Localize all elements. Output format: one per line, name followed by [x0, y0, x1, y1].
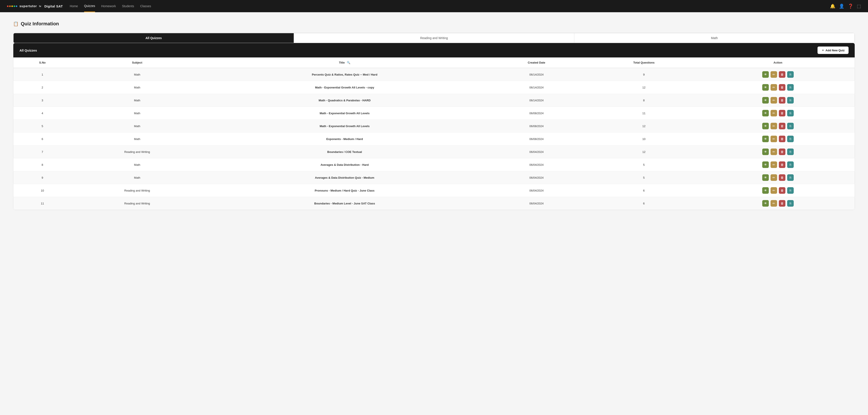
cell-title: Math - Exponential Growth All Levels [203, 107, 486, 120]
table-row: 4 Math Math - Exponential Growth All Lev… [13, 107, 855, 120]
tabs-card-wrapper: All Quizzes Reading and Writing Math All… [13, 33, 855, 210]
quiz-icon: 📋 [13, 21, 19, 26]
account-icon[interactable]: 👤 [839, 3, 844, 9]
table-row: 7 Reading and Writing Boundaries / COE T… [13, 146, 855, 158]
cell-date: 06/04/2024 [487, 184, 587, 197]
cell-questions: 5 [587, 158, 701, 171]
view-button[interactable]: 👁 [762, 200, 769, 206]
edit-button[interactable]: ✏ [771, 123, 777, 129]
edit-button[interactable]: ✏ [771, 110, 777, 117]
table-body: 1 Math Percents Quiz & Ratios, Rates Qui… [13, 68, 855, 210]
view-button[interactable]: 👁 [762, 161, 769, 168]
cell-title: Math - Exponential Growth All Levels - c… [203, 81, 486, 94]
nav-quizzes[interactable]: Quizzes [84, 0, 95, 12]
copy-button[interactable]: ⎘ [787, 97, 794, 103]
view-button[interactable]: 👁 [762, 123, 769, 129]
copy-button[interactable]: ⎘ [787, 161, 794, 168]
page-header: 📋 Quiz Information [13, 21, 855, 27]
copy-button[interactable]: ⎘ [787, 123, 794, 129]
col-action: Action [701, 58, 855, 68]
col-sno: S.No [13, 58, 71, 68]
tab-math[interactable]: Math [574, 33, 855, 43]
cell-date: 06/14/2024 [487, 68, 587, 81]
edit-button[interactable]: ✏ [771, 149, 777, 155]
nav-students[interactable]: Students [122, 0, 134, 12]
cell-actions: 👁 ✏ 🗑 ⎘ [701, 158, 855, 171]
logo-dots [7, 5, 17, 7]
edit-button[interactable]: ✏ [771, 187, 777, 194]
cell-date: 06/14/2024 [487, 81, 587, 94]
add-quiz-button[interactable]: ＋ Add New Quiz [817, 46, 848, 54]
view-button[interactable]: 👁 [762, 174, 769, 181]
table-row: 1 Math Percents Quiz & Ratios, Rates Qui… [13, 68, 855, 81]
cell-title: Math - Quadratics & Parabolas - HARD [203, 94, 486, 107]
page-title: Quiz Information [21, 21, 59, 27]
add-quiz-label: Add New Quiz [826, 49, 845, 52]
logout-icon[interactable]: ⬚ [857, 3, 861, 9]
delete-button[interactable]: 🗑 [779, 161, 785, 168]
nav-home[interactable]: Home [70, 0, 78, 12]
table-header-row: S.No Subject Title 🔍 Created Date Total … [13, 58, 855, 68]
copy-button[interactable]: ⎘ [787, 71, 794, 78]
delete-button[interactable]: 🗑 [779, 187, 785, 194]
tab-reading-writing[interactable]: Reading and Writing [294, 33, 574, 43]
copy-button[interactable]: ⎘ [787, 200, 794, 206]
nav-homework[interactable]: Homework [101, 0, 116, 12]
view-button[interactable]: 👁 [762, 110, 769, 117]
cell-questions: 8 [587, 94, 701, 107]
brand: supertutortv Digital SAT [7, 4, 63, 8]
col-total-questions: Total Questions [587, 58, 701, 68]
col-created-date: Created Date [487, 58, 587, 68]
card-title: All Quizzes [20, 49, 37, 52]
copy-button[interactable]: ⎘ [787, 84, 794, 91]
nav-classes[interactable]: Classes [140, 0, 151, 12]
col-title: Title 🔍 [203, 58, 486, 68]
title-search-icon[interactable]: 🔍 [347, 61, 350, 64]
cell-actions: 👁 ✏ 🗑 ⎘ [701, 94, 855, 107]
logo-dot-5 [16, 5, 17, 7]
cell-title: Percents Quiz & Ratios, Rates Quiz -- Me… [203, 68, 486, 81]
edit-button[interactable]: ✏ [771, 200, 777, 206]
cell-title: Averages & Data Distribution - Hard [203, 158, 486, 171]
navbar: supertutortv Digital SAT Home Quizzes Ho… [0, 0, 868, 12]
edit-button[interactable]: ✏ [771, 136, 777, 142]
delete-button[interactable]: 🗑 [779, 110, 785, 117]
delete-button[interactable]: 🗑 [779, 174, 785, 181]
view-button[interactable]: 👁 [762, 149, 769, 155]
cell-actions: 👁 ✏ 🗑 ⎘ [701, 120, 855, 133]
delete-button[interactable]: 🗑 [779, 136, 785, 142]
brand-name: supertutor [20, 4, 37, 8]
edit-button[interactable]: ✏ [771, 71, 777, 78]
cell-date: 06/04/2024 [487, 197, 587, 210]
view-button[interactable]: 👁 [762, 71, 769, 78]
edit-button[interactable]: ✏ [771, 174, 777, 181]
table-row: 8 Math Averages & Data Distribution - Ha… [13, 158, 855, 171]
card-header: All Quizzes ＋ Add New Quiz [13, 43, 855, 58]
tab-all-quizzes[interactable]: All Quizzes [13, 33, 294, 43]
view-button[interactable]: 👁 [762, 136, 769, 142]
delete-button[interactable]: 🗑 [779, 84, 785, 91]
copy-button[interactable]: ⎘ [787, 136, 794, 142]
help-icon[interactable]: ❓ [848, 3, 854, 9]
copy-button[interactable]: ⎘ [787, 174, 794, 181]
cell-questions: 11 [587, 107, 701, 120]
copy-button[interactable]: ⎘ [787, 187, 794, 194]
edit-button[interactable]: ✏ [771, 97, 777, 103]
logo-dot-3 [11, 5, 13, 7]
nav-subtitle: Digital SAT [44, 4, 63, 8]
view-button[interactable]: 👁 [762, 84, 769, 91]
copy-button[interactable]: ⎘ [787, 149, 794, 155]
delete-button[interactable]: 🗑 [779, 200, 785, 206]
cell-questions: 5 [587, 171, 701, 184]
edit-button[interactable]: ✏ [771, 161, 777, 168]
delete-button[interactable]: 🗑 [779, 149, 785, 155]
notification-icon[interactable]: 🔔 [830, 3, 835, 9]
view-button[interactable]: 👁 [762, 97, 769, 103]
delete-button[interactable]: 🗑 [779, 97, 785, 103]
copy-button[interactable]: ⎘ [787, 110, 794, 117]
view-button[interactable]: 👁 [762, 187, 769, 194]
delete-button[interactable]: 🗑 [779, 71, 785, 78]
edit-button[interactable]: ✏ [771, 84, 777, 91]
cell-questions: 6 [587, 184, 701, 197]
delete-button[interactable]: 🗑 [779, 123, 785, 129]
